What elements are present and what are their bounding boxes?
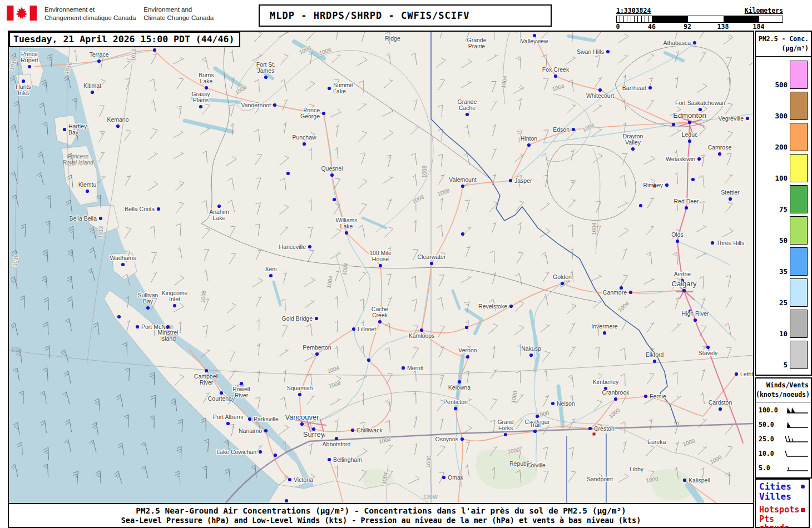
city-label: Whitecourt xyxy=(586,92,614,99)
hotspot-marker xyxy=(653,185,656,188)
city-label: Libby xyxy=(630,466,644,472)
city-label: Bella Bella xyxy=(69,215,97,222)
city-marker xyxy=(166,325,170,328)
isobar-value: 1004 xyxy=(591,222,597,235)
city-label: Sandpoint xyxy=(587,476,613,482)
city-label: Revelstoke xyxy=(478,303,507,310)
city-marker xyxy=(746,117,749,120)
city-label: Ridge xyxy=(385,35,400,42)
city-label: Bellingham xyxy=(333,456,362,463)
city-marker xyxy=(639,204,642,207)
city-label: Penticton xyxy=(443,399,468,405)
city-marker xyxy=(330,173,334,177)
city-label: Osoyoos xyxy=(435,436,458,442)
scalebar-ticks: 04692138184 xyxy=(616,23,783,31)
city-marker xyxy=(693,41,696,44)
pm25-legend-title: PM2.5 - Conc. (µg/m³) xyxy=(756,32,811,57)
city-label: GrandeCache xyxy=(457,98,477,111)
city-label: 100 MileHouse xyxy=(369,250,392,262)
city-label: Nanaimo xyxy=(239,427,262,434)
city-marker xyxy=(205,369,208,372)
city-marker xyxy=(683,479,686,482)
pm25-legend: PM2.5 - Conc. (µg/m³) 500300200100755035… xyxy=(755,31,812,376)
city-marker xyxy=(322,112,325,115)
eccc-forecast-page: Environnement et Changement climatique C… xyxy=(0,0,812,528)
city-marker xyxy=(454,407,457,410)
isobar-value: 1008 xyxy=(200,290,207,303)
city-label: Hanceville xyxy=(279,243,306,250)
city-label: Kamloops xyxy=(409,332,435,339)
winds-legend: Winds/Vents (knots/noeuds) 100.050.025.0… xyxy=(755,377,812,479)
pm25-level-row: 35 xyxy=(756,247,808,275)
city-marker xyxy=(146,306,150,310)
city-marker xyxy=(598,88,602,92)
city-marker xyxy=(653,360,656,363)
city-label: Nelson xyxy=(557,400,575,407)
city-label: Camrose xyxy=(708,144,732,151)
svg-text:120W: 120W xyxy=(423,494,438,500)
city-label: PowellRiver xyxy=(233,386,250,399)
city-marker xyxy=(153,48,156,52)
city-label: Wetaskiwin xyxy=(666,156,695,162)
city-label: Edson xyxy=(553,126,570,133)
city-marker xyxy=(288,478,291,481)
city-marker xyxy=(442,476,445,479)
city-marker xyxy=(465,326,468,329)
city-marker xyxy=(121,263,125,266)
city-label: Colville xyxy=(527,462,546,469)
city-label: GrassyPlains xyxy=(191,91,210,103)
city-label: Punchaw xyxy=(292,134,316,141)
map-scalebar: 1:3303824 Kilometers 04692138184 xyxy=(616,7,783,31)
caption-line1: PM2.5 Near-Ground Air Concentrations (µg… xyxy=(9,506,753,515)
city-marker xyxy=(551,402,554,405)
wind-barb-icon xyxy=(784,449,809,458)
svg-text:50N: 50N xyxy=(11,347,21,353)
pm25-color-swatch xyxy=(790,310,808,338)
scale-unit: Kilometers xyxy=(745,7,783,14)
city-marker xyxy=(352,327,355,331)
city-marker xyxy=(345,231,348,235)
isobar-value: 1012 xyxy=(130,48,137,61)
hotspots-label-fr: Pts chauds xyxy=(759,515,805,528)
city-label: Terrace xyxy=(89,51,108,58)
pm25-level-row: 500 xyxy=(756,61,808,88)
pm25-level-value: 100 xyxy=(775,174,788,182)
city-label: Cardston xyxy=(709,399,732,406)
city-label: Wadhams xyxy=(110,255,136,261)
city-marker xyxy=(588,427,592,430)
city-marker xyxy=(529,353,533,357)
city-marker xyxy=(303,142,306,146)
city-marker xyxy=(117,315,121,318)
city-label: Valemount xyxy=(449,176,477,183)
city-marker xyxy=(248,417,251,421)
pm25-level-value: 5 xyxy=(783,361,788,369)
wind-barb-icon xyxy=(784,406,809,415)
city-label: Bella Coola xyxy=(125,206,155,212)
winds-legend-title: Winds/Vents (knots/noeuds) xyxy=(756,378,811,402)
city-marker xyxy=(533,430,537,433)
city-label: Quesnel xyxy=(321,165,343,172)
city-label: Chilliwack xyxy=(357,427,383,434)
city-label: High River xyxy=(681,310,709,317)
city-marker xyxy=(335,437,338,440)
city-label: Vernon xyxy=(458,347,477,353)
pm25-level-row: 300 xyxy=(756,92,808,119)
city-label: Vegreville xyxy=(718,115,744,122)
city-marker xyxy=(504,433,507,436)
city-marker xyxy=(614,397,617,401)
city-marker xyxy=(706,346,710,349)
city-label: PrinceGeorge xyxy=(300,107,320,119)
pm25-level-value: 10 xyxy=(779,330,788,338)
city-label: Squamish xyxy=(287,385,313,391)
city-marker xyxy=(333,198,336,201)
city-marker xyxy=(298,393,301,396)
pm25-level-value: 500 xyxy=(775,81,788,89)
city-label: Elkford xyxy=(646,351,664,358)
city-marker xyxy=(729,197,732,201)
city-marker xyxy=(259,450,262,454)
city-marker xyxy=(328,87,331,90)
city-marker xyxy=(205,86,208,89)
city-marker xyxy=(328,458,331,461)
city-label: Gold Bridge xyxy=(282,315,313,322)
city-marker xyxy=(466,113,469,116)
